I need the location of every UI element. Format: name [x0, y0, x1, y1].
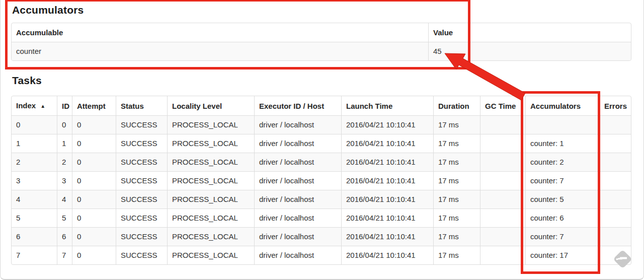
cell-attempt: 0: [72, 227, 116, 246]
cell-launch-time: 2016/04/21 10:10:41: [341, 190, 433, 208]
cell-id: 2: [57, 153, 72, 171]
cell-executor-id-host: driver / localhost: [254, 208, 341, 227]
cell-status: SUCCESS: [116, 171, 167, 190]
cell-status: SUCCESS: [116, 227, 167, 246]
cell-accumulators: counter: 7: [525, 227, 599, 246]
cell-attempt: 0: [72, 134, 116, 153]
cell-gc-time: [480, 153, 525, 171]
status-column-header[interactable]: Status: [116, 96, 167, 115]
cell-id: 7: [57, 246, 72, 264]
cell-errors: [599, 153, 631, 171]
cell-accumulators: counter: 7: [525, 171, 599, 190]
cell-id: 5: [57, 208, 72, 227]
cell-id: 4: [57, 190, 72, 208]
cell-duration: 17 ms: [433, 134, 480, 153]
cell-attempt: 0: [72, 153, 116, 171]
cell-status: SUCCESS: [116, 134, 167, 153]
table-row: 770SUCCESSPROCESS_LOCALdriver / localhos…: [12, 246, 631, 264]
cell-id: 0: [57, 115, 72, 134]
cell-attempt: 0: [72, 246, 116, 264]
accumulators-header-row: Accumulable Value: [12, 23, 631, 42]
cell-errors: [599, 208, 631, 227]
cell-attempt: 0: [72, 115, 116, 134]
cell-errors: [599, 171, 631, 190]
table-row: 220SUCCESSPROCESS_LOCALdriver / localhos…: [12, 153, 631, 171]
id-column-header[interactable]: ID: [57, 96, 72, 115]
cell-locality-level: PROCESS_LOCAL: [167, 208, 254, 227]
cell-index: 1: [12, 134, 57, 153]
cell-executor-id-host: driver / localhost: [254, 134, 341, 153]
cell-status: SUCCESS: [116, 153, 167, 171]
cell-locality-level: PROCESS_LOCAL: [167, 227, 254, 246]
accumulable-column-header[interactable]: Accumulable: [12, 23, 428, 42]
cell-errors: [599, 134, 631, 153]
cell-accumulators: counter: 1: [525, 134, 599, 153]
cell-accumulators: counter: 6: [525, 208, 599, 227]
cell-status: SUCCESS: [116, 208, 167, 227]
launch-time-column-header[interactable]: Launch Time: [341, 96, 433, 115]
tasks-header-row: Index▲ ID Attempt Status Locality Level …: [12, 96, 631, 115]
cell-attempt: 0: [72, 208, 116, 227]
cell-index: 3: [12, 171, 57, 190]
cell-locality-level: PROCESS_LOCAL: [167, 153, 254, 171]
cell-index: 5: [12, 208, 57, 227]
cell-index: 0: [12, 115, 57, 134]
tasks-table-body: 000SUCCESSPROCESS_LOCALdriver / localhos…: [12, 115, 631, 264]
index-column-header[interactable]: Index▲: [12, 96, 57, 115]
table-row: 440SUCCESSPROCESS_LOCALdriver / localhos…: [12, 190, 631, 208]
accumulators-column-header[interactable]: Accumulators: [525, 96, 599, 115]
tasks-section-title: Tasks: [12, 75, 42, 87]
cell-launch-time: 2016/04/21 10:10:41: [341, 246, 433, 264]
cell-locality-level: PROCESS_LOCAL: [167, 115, 254, 134]
cell-gc-time: [480, 190, 525, 208]
cell-executor-id-host: driver / localhost: [254, 190, 341, 208]
cell-duration: 17 ms: [433, 171, 480, 190]
cell-executor-id-host: driver / localhost: [254, 246, 341, 264]
cell-status: SUCCESS: [116, 246, 167, 264]
duration-column-header[interactable]: Duration: [433, 96, 480, 115]
cell-index: 2: [12, 153, 57, 171]
cell-executor-id-host: driver / localhost: [254, 115, 341, 134]
cell-errors: [599, 227, 631, 246]
gc-time-column-header[interactable]: GC Time: [480, 96, 525, 115]
accumulators-table: Accumulable Value counter45: [11, 23, 631, 61]
cell-launch-time: 2016/04/21 10:10:41: [341, 153, 433, 171]
cell-launch-time: 2016/04/21 10:10:41: [341, 208, 433, 227]
cell-launch-time: 2016/04/21 10:10:41: [341, 134, 433, 153]
cell-gc-time: [480, 115, 525, 134]
errors-column-header[interactable]: Errors: [599, 96, 631, 115]
value-column-header[interactable]: Value: [428, 23, 631, 42]
cell-duration: 17 ms: [433, 190, 480, 208]
table-row: 660SUCCESSPROCESS_LOCALdriver / localhos…: [12, 227, 631, 246]
cell-duration: 17 ms: [433, 227, 480, 246]
cell-id: 3: [57, 171, 72, 190]
cell-value: 45: [428, 42, 631, 60]
table-row: counter45: [12, 42, 631, 60]
executor-id-host-column-header[interactable]: Executor ID / Host: [254, 96, 341, 115]
sort-ascending-icon: ▲: [40, 103, 45, 109]
cell-locality-level: PROCESS_LOCAL: [167, 246, 254, 264]
accumulators-section-title: Accumulators: [12, 4, 84, 16]
cell-launch-time: 2016/04/21 10:10:41: [341, 115, 433, 134]
cell-gc-time: [480, 134, 525, 153]
cell-index: 7: [12, 246, 57, 264]
cell-errors: [599, 190, 631, 208]
cell-status: SUCCESS: [116, 115, 167, 134]
attempt-column-header[interactable]: Attempt: [72, 96, 116, 115]
cell-index: 6: [12, 227, 57, 246]
cell-gc-time: [480, 246, 525, 264]
cell-index: 4: [12, 190, 57, 208]
cell-accumulable: counter: [12, 42, 428, 60]
cell-gc-time: [480, 171, 525, 190]
cell-attempt: 0: [72, 190, 116, 208]
cell-id: 6: [57, 227, 72, 246]
accumulators-table-body: counter45: [12, 42, 631, 60]
table-row: 110SUCCESSPROCESS_LOCALdriver / localhos…: [12, 134, 631, 153]
locality-level-column-header[interactable]: Locality Level: [167, 96, 254, 115]
cell-locality-level: PROCESS_LOCAL: [167, 190, 254, 208]
table-row: 330SUCCESSPROCESS_LOCALdriver / localhos…: [12, 171, 631, 190]
cell-gc-time: [480, 227, 525, 246]
cell-launch-time: 2016/04/21 10:10:41: [341, 171, 433, 190]
cell-id: 1: [57, 134, 72, 153]
tasks-table: Index▲ ID Attempt Status Locality Level …: [11, 96, 631, 265]
